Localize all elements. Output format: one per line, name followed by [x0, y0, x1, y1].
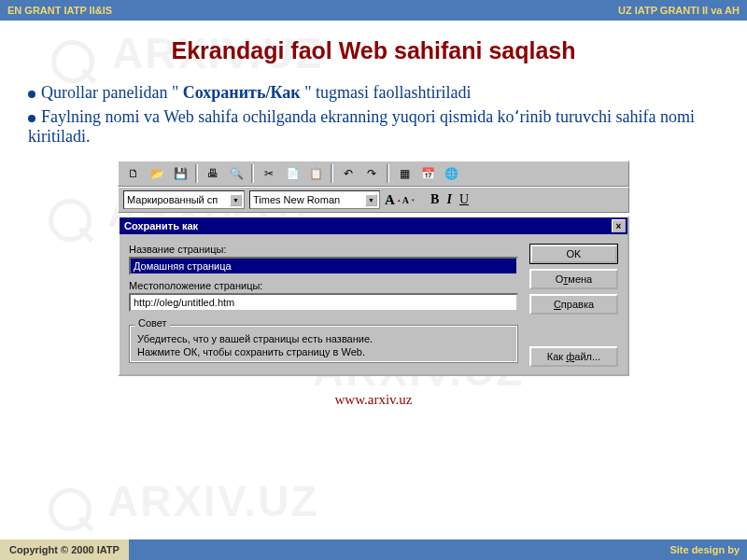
save-as-dialog: Сохранить как × Название страницы: Домаш…: [118, 216, 629, 376]
bullet-1: Qurollar panelidan " Сохранить/Как " tug…: [28, 83, 719, 103]
tip-text-2: Нажмите ОК, чтобы сохранить страницу в W…: [137, 345, 510, 358]
close-icon: ×: [616, 221, 622, 231]
tip-text-1: Убедитесь, что у вашей страницы есть наз…: [137, 332, 510, 345]
header-left-text: EN GRANT IATP II&IS: [7, 5, 112, 16]
watermark-text: ARXIV.UZ: [107, 476, 318, 526]
dialog-titlebar: Сохранить как ×: [120, 217, 627, 234]
style-combo-value: Маркированный сп: [127, 194, 218, 205]
font-small-a-icon: A: [402, 195, 409, 205]
font-large-a-icon: A: [385, 192, 395, 208]
help-button-label: Справка: [554, 299, 594, 310]
underline-button[interactable]: U: [459, 192, 469, 207]
ok-button-label: OK: [530, 245, 617, 263]
page-name-input[interactable]: Домашняя страница: [129, 257, 518, 275]
dialog-right-pane: OK Отмена Справка Как файл...: [529, 244, 618, 367]
footer-bar: Copyright © 2000 IATP Site design by: [0, 539, 747, 560]
page-location-input[interactable]: http://oleg/untitled.htm: [129, 293, 518, 312]
as-file-button[interactable]: Как файл...: [529, 346, 618, 367]
tip-group-label: Совет: [135, 317, 170, 329]
toolbar-separator: [195, 164, 198, 183]
footer-copyright: Copyright © 2000 IATP: [0, 539, 129, 560]
italic-button[interactable]: I: [446, 192, 451, 207]
toolbar-separator: [331, 164, 333, 183]
cancel-button[interactable]: Отмена: [529, 269, 618, 289]
open-icon[interactable]: 📂: [147, 163, 167, 184]
font-size-group[interactable]: A ▴ A ▾: [385, 192, 415, 208]
new-icon[interactable]: 🗋: [123, 163, 144, 184]
font-size-arrows-icon: ▴: [398, 198, 401, 203]
bullet-1-text-a: Qurollar panelidan ": [41, 83, 183, 102]
font-combo-value: Times New Roman: [253, 194, 340, 205]
header-bar: EN GRANT IATP II&IS UZ IATP GRANTI II va…: [0, 0, 747, 21]
bold-button[interactable]: B: [430, 192, 439, 207]
dialog-left-pane: Название страницы: Домашняя страница Мес…: [129, 244, 518, 367]
help-button[interactable]: Справка: [529, 294, 618, 315]
watermark-icon: [44, 194, 100, 250]
bullet-1-bold: Сохранить/Как: [183, 83, 301, 102]
table-icon[interactable]: ▦: [394, 163, 415, 184]
preview-icon[interactable]: 🔍: [226, 163, 247, 184]
bullet-2: Faylning nomi va Web sahifa ochilganda e…: [28, 106, 719, 147]
toolbar: 🗋 📂 💾 🖶 🔍 ✂ 📄 📋 ↶ ↷ ▦ 📅 🌐: [118, 161, 629, 187]
url-text: www.arxiv.uz: [0, 392, 747, 408]
toolbar-separator: [251, 164, 254, 183]
tip-group: Совет Убедитесь, что у вашей страницы ес…: [129, 325, 518, 363]
text-style-group: B I U: [430, 192, 469, 207]
cancel-button-label: Отмена: [556, 273, 592, 285]
embedded-screenshot: 🗋 📂 💾 🖶 🔍 ✂ 📄 📋 ↶ ↷ ▦ 📅 🌐 Маркированный …: [118, 161, 629, 376]
footer-credit: Site design by: [669, 544, 740, 555]
close-button[interactable]: ×: [612, 219, 626, 232]
toolbar-separator: [387, 164, 389, 183]
content-text: Qurollar panelidan " Сохранить/Как " tug…: [28, 83, 719, 147]
redo-icon[interactable]: ↷: [361, 163, 382, 184]
web-icon[interactable]: 🌐: [441, 163, 461, 184]
save-icon[interactable]: 💾: [170, 163, 190, 184]
paste-icon[interactable]: 📋: [305, 163, 326, 184]
font-combo[interactable]: Times New Roman: [249, 190, 380, 209]
as-file-button-label: Как файл...: [547, 351, 600, 362]
cut-icon[interactable]: ✂: [259, 163, 279, 184]
page-location-value: http://oleg/untitled.htm: [134, 297, 234, 308]
header-right-text: UZ IATP GRANTI II va AH: [618, 5, 740, 16]
watermark-icon: [44, 483, 100, 539]
page-title: Ekrandagi faol Web sahifani saqlash: [0, 37, 747, 64]
page-name-label: Название страницы:: [129, 244, 518, 255]
print-icon[interactable]: 🖶: [203, 163, 223, 184]
bullet-dot-icon: [28, 115, 35, 122]
calendar-icon[interactable]: 📅: [417, 163, 438, 184]
font-size-arrows-icon: ▾: [412, 198, 415, 203]
undo-icon[interactable]: ↶: [338, 163, 359, 184]
bullet-1-text-b: " tugmasi faollashtiriladi: [301, 83, 472, 102]
bullet-dot-icon: [28, 91, 35, 98]
page-location-label: Местоположение страницы:: [129, 280, 518, 291]
copy-icon[interactable]: 📄: [282, 163, 303, 184]
bullet-2-text: Faylning nomi va Web sahifa ochilganda e…: [28, 107, 695, 146]
style-combo[interactable]: Маркированный сп: [123, 190, 245, 209]
dialog-title: Сохранить как: [124, 220, 198, 231]
dialog-body: Название страницы: Домашняя страница Мес…: [120, 234, 627, 374]
page-name-value: Домашняя страница: [134, 260, 232, 272]
ok-button[interactable]: OK: [529, 244, 618, 264]
format-bar: Маркированный сп Times New Roman A ▴ A ▾…: [118, 187, 629, 213]
